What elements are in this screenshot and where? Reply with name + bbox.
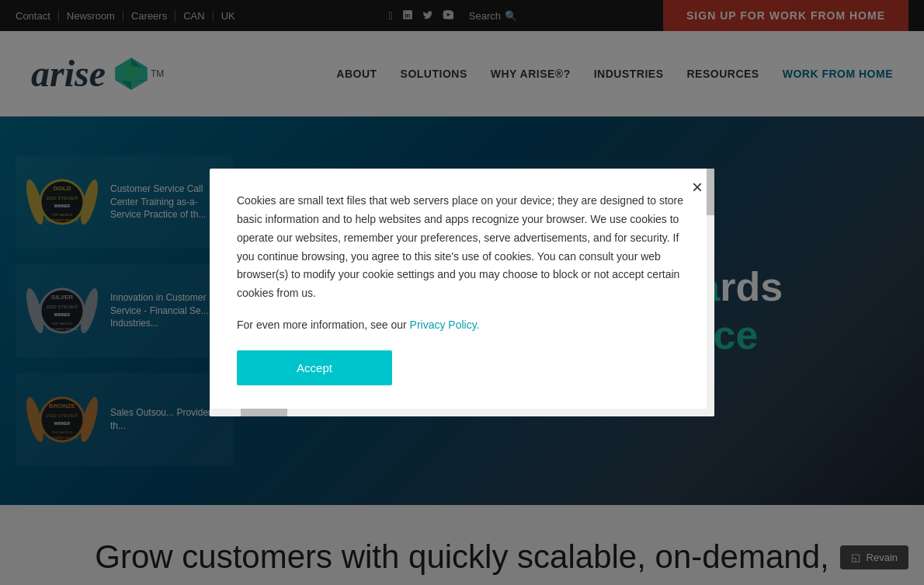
modal-content: Cookies are small text files that web se… <box>210 169 714 409</box>
scrollbar-thumb <box>707 169 714 215</box>
modal-close-button[interactable]: × <box>692 178 703 197</box>
privacy-policy-link[interactable]: Privacy Policy. <box>410 319 480 331</box>
scrollbar-bottom[interactable] <box>210 409 714 416</box>
scrollbar-h-thumb <box>241 409 287 416</box>
privacy-prefix: For even more information, see our <box>237 319 410 331</box>
modal-privacy-line: For even more information, see our Priva… <box>237 319 687 331</box>
modal-overlay[interactable]: × Cookies are small text files that web … <box>0 0 924 585</box>
modal-body-text: Cookies are small text files that web se… <box>237 192 687 303</box>
scrollbar-right[interactable] <box>707 169 714 409</box>
cookie-modal: × Cookies are small text files that web … <box>210 169 714 416</box>
accept-button[interactable]: Accept <box>237 350 392 385</box>
